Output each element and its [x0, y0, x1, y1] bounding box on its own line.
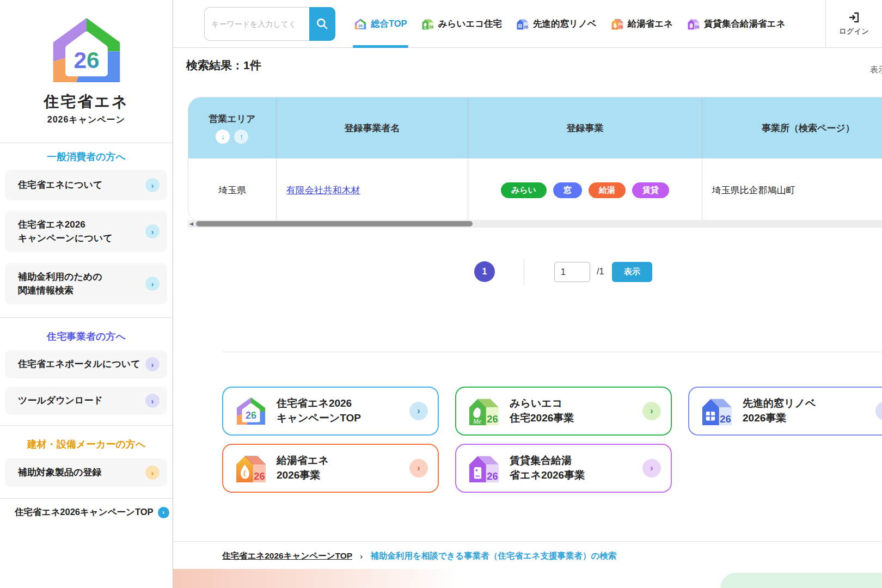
house-orange-icon [234, 453, 268, 483]
column-header-programs: 登録事業 [468, 97, 702, 158]
divider [0, 425, 173, 426]
search-results-page: 検索結果：1件 表示 営業エリア ↓ ↑ 登録事業者名 登録事業 事業所（検索ペ… [173, 48, 882, 588]
house-purple-icon [687, 18, 700, 30]
show-page-button[interactable]: 表示 [612, 262, 652, 282]
logo-title: 住宅省エネ [0, 91, 173, 112]
results-count: 検索結果：1件 [186, 58, 261, 73]
cell-area: 埼玉県 [188, 158, 277, 222]
page-number-input[interactable] [554, 262, 590, 282]
horizontal-scrollbar[interactable]: ◀ [188, 220, 882, 228]
footer-decoration [173, 569, 882, 588]
chevron-right-icon: › [145, 357, 160, 371]
sidebar-heading-business: 住宅事業者の方へ [0, 330, 173, 343]
table-header-row: 営業エリア ↓ ↑ 登録事業者名 登録事業 事業所（検索ページ） [188, 97, 882, 158]
sidebar-item-tool-download[interactable]: ツールダウンロード › [5, 387, 167, 415]
house-green-icon [467, 396, 501, 426]
search-button[interactable] [309, 7, 335, 41]
badge-chintai: 賃貸 [632, 182, 669, 198]
house-purple-icon [467, 453, 501, 483]
nav-tab-mirai-eco[interactable]: みらいエコ住宅 [421, 0, 502, 47]
chevron-right-icon: › [158, 507, 169, 518]
chevron-right-icon: › [875, 402, 882, 420]
column-header-area: 営業エリア ↓ ↑ [188, 97, 277, 158]
house-multicolor-icon [354, 18, 367, 30]
login-button[interactable]: ログイン [825, 0, 882, 47]
sidebar-heading-maker: 建材・設備メーカーの方へ [0, 438, 173, 451]
chevron-right-icon: › [642, 402, 661, 420]
chevron-right-icon: › [409, 459, 428, 477]
sidebar-item-about-shoene[interactable]: 住宅省エネについて › [5, 170, 167, 200]
badge-mirai: みらい [501, 182, 547, 198]
house-blue-icon [516, 18, 529, 30]
chevron-right-icon: › [145, 465, 160, 480]
sidebar-item-subsidy-search[interactable]: 補助金利用のための 関連情報検索 › [5, 263, 167, 304]
badge-mado: 窓 [553, 182, 582, 198]
house-multicolor-icon [234, 396, 268, 426]
chevron-right-icon: › [145, 178, 160, 192]
login-icon [848, 11, 861, 24]
divider [0, 498, 173, 499]
scrollbar-thumb[interactable] [196, 221, 473, 226]
nav-tab-chintai-kyuto[interactable]: 賃貸集合給湯省エネ [687, 0, 785, 47]
house-green-icon [421, 18, 434, 30]
breadcrumb-home-link[interactable]: 住宅省エネ2026キャンペーンTOP [222, 550, 352, 562]
top-navigation-bar: 総合TOP みらいエコ住宅 先進的窓リノベ 給湯省エネ 賃貸集合給湯省エネ ログ… [173, 0, 882, 48]
house-orange-icon [611, 18, 624, 30]
chevron-right-icon: › [145, 277, 160, 291]
breadcrumb-current-page: 補助金利用を相談できる事業者（住宅省エネ支援事業者）の検索 [370, 550, 616, 562]
nav-tab-sogo-top[interactable]: 総合TOP [354, 0, 407, 47]
scroll-left-arrow-icon[interactable]: ◀ [189, 221, 193, 226]
nav-tab-mado-renove[interactable]: 先進的窓リノベ [516, 0, 597, 47]
chevron-right-icon: › [409, 402, 428, 420]
chevron-right-icon: › [145, 224, 160, 238]
column-header-company: 登録事業者名 [277, 97, 468, 158]
card-chintai-kyuto[interactable]: 賃貸集合給湯 省エネ2026事業 › [455, 444, 672, 493]
page-number-button[interactable]: 1 [474, 261, 495, 282]
header-nav: 総合TOP みらいエコ住宅 先進的窓リノベ 給湯省エネ 賃貸集合給湯省エネ [354, 0, 785, 47]
footer-gradient-pink [173, 569, 522, 588]
display-settings-label-clipped: 表示 [870, 65, 882, 75]
nav-tab-kyuto-shoene[interactable]: 給湯省エネ [611, 0, 673, 47]
sort-descending-icon[interactable]: ↓ [216, 130, 230, 144]
card-mado-renove[interactable]: 先進的窓リノベ 2026事業 › [688, 387, 882, 436]
logo-subtitle: 2026キャンペーン [0, 114, 173, 126]
card-kyuto-shoene[interactable]: 給湯省エネ 2026事業 › [222, 444, 439, 493]
sidebar-item-portal[interactable]: 住宅省エネポータルについて › [5, 350, 167, 378]
breadcrumb: 住宅省エネ2026キャンペーンTOP › 補助金利用を相談できる事業者（住宅省エ… [173, 541, 882, 562]
cell-programs: みらい 窓 給湯 賃貸 [468, 158, 702, 222]
total-pages-label: /1 [597, 267, 604, 277]
chevron-right-icon: › [145, 394, 160, 408]
search-icon [315, 17, 329, 31]
sidebar-item-product-registration[interactable]: 補助対象製品の登録 › [5, 458, 167, 487]
chevron-right-icon: › [642, 459, 661, 477]
table-row: 埼玉県 有限会社共和木材 みらい 窓 給湯 賃貸 埼玉県比企郡鳩山町 [188, 158, 882, 222]
divider [222, 352, 882, 352]
column-header-office: 事業所（検索ページ） [702, 97, 882, 158]
card-mirai-eco[interactable]: みらいエコ 住宅2026事業 › [455, 387, 672, 436]
keyword-search [204, 7, 335, 41]
house-blue-icon [700, 396, 734, 426]
cell-office: 埼玉県比企郡鳩山町 [702, 158, 882, 222]
house-multicolor-logo-icon [46, 14, 127, 86]
badge-kyuto: 給湯 [589, 182, 626, 198]
sort-ascending-icon[interactable]: ↑ [234, 130, 248, 144]
company-link[interactable]: 有限会社共和木材 [286, 184, 360, 197]
sidebar-item-about-campaign[interactable]: 住宅省エネ2026 キャンペーンについて › [5, 211, 167, 252]
cell-company: 有限会社共和木材 [277, 158, 468, 222]
search-input[interactable] [204, 7, 309, 41]
divider [524, 259, 524, 285]
divider [0, 317, 173, 318]
breadcrumb-separator-icon: › [360, 552, 363, 561]
sidebar-campaign-top-link[interactable]: 住宅省エネ2026キャンペーンTOP › [15, 506, 169, 518]
results-table: 営業エリア ↓ ↑ 登録事業者名 登録事業 事業所（検索ページ） 埼玉県 有限会… [188, 97, 882, 222]
card-campaign-top[interactable]: 住宅省エネ2026 キャンペーンTOP › [222, 387, 439, 436]
campaign-logo[interactable]: 住宅省エネ 2026キャンペーン [0, 14, 173, 126]
divider [0, 143, 173, 143]
footer-gradient-green [720, 573, 882, 588]
sidebar-heading-consumer: 一般消費者の方へ [0, 150, 173, 163]
sidebar: 住宅省エネ 2026キャンペーン 一般消費者の方へ 住宅省エネについて › 住宅… [0, 0, 173, 588]
